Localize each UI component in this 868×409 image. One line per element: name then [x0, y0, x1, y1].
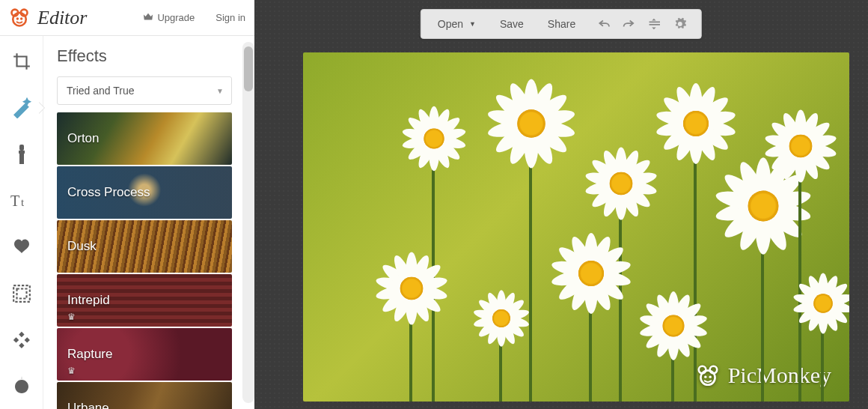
tool-themes[interactable]: [7, 372, 37, 402]
layers-icon[interactable]: [647, 16, 662, 31]
canvas-image[interactable]: PicMonkey: [303, 52, 849, 402]
effect-label: Orton: [67, 131, 100, 146]
tool-frames[interactable]: [7, 279, 37, 309]
svg-point-2: [21, 9, 28, 16]
tool-crop[interactable]: [7, 46, 37, 76]
svg-point-0: [13, 13, 26, 26]
premium-crown-icon: ♛: [67, 366, 76, 376]
effect-category-select[interactable]: Tried and True ▼: [57, 76, 232, 105]
share-label: Share: [548, 18, 575, 30]
effect-label: Intrepid: [67, 293, 110, 308]
effect-label: Urbane: [67, 401, 109, 409]
svg-point-16: [709, 375, 711, 378]
save-button[interactable]: Save: [489, 13, 534, 35]
svg-rect-5: [19, 145, 24, 151]
effect-intrepid[interactable]: Intrepid ♛: [57, 274, 232, 327]
undo-icon[interactable]: [596, 16, 611, 31]
chevron-down-icon: ▼: [469, 20, 476, 28]
svg-text:T: T: [10, 193, 19, 209]
effect-label: Dusk: [67, 239, 97, 254]
effect-rapture[interactable]: Rapture ♛: [57, 328, 232, 381]
scrollbar[interactable]: [242, 42, 254, 403]
left-sidebar: Editor Upgrade Sign in: [0, 0, 254, 409]
svg-rect-6: [19, 151, 25, 154]
scrollbar-thumb[interactable]: [244, 46, 253, 91]
tool-textures[interactable]: [7, 325, 37, 355]
crown-icon: [143, 12, 153, 23]
svg-point-4: [20, 17, 23, 20]
panel-title: Effects: [57, 46, 250, 66]
tool-touchup[interactable]: [7, 139, 37, 169]
effect-orton[interactable]: Orton: [57, 112, 232, 165]
upgrade-link[interactable]: Upgrade: [143, 12, 195, 23]
svg-point-3: [16, 17, 19, 20]
svg-point-15: [704, 375, 706, 378]
tool-overlays[interactable]: [7, 232, 37, 262]
chevron-down-icon: ▼: [216, 87, 224, 95]
effects-panel: Effects Tried and True ▼ Orton Cross Pro…: [43, 36, 254, 409]
brand-logo-icon: [9, 7, 30, 28]
svg-rect-10: [13, 285, 30, 302]
effect-dusk[interactable]: Dusk: [57, 220, 232, 273]
canvas-area: Open ▼ Save Share: [254, 0, 868, 409]
share-button[interactable]: Share: [537, 13, 586, 35]
upgrade-label: Upgrade: [157, 12, 195, 23]
signin-link[interactable]: Sign in: [216, 12, 245, 23]
effect-label: Rapture: [67, 347, 112, 362]
settings-gear-icon[interactable]: [673, 16, 688, 31]
svg-text:t: t: [21, 196, 25, 208]
svg-rect-11: [16, 289, 26, 299]
redo-icon[interactable]: [622, 16, 637, 31]
open-button[interactable]: Open ▼: [427, 13, 486, 35]
app-title: Editor: [37, 7, 87, 29]
effect-urbane[interactable]: Urbane ♛: [57, 382, 232, 409]
tool-effects[interactable]: [7, 93, 37, 123]
tool-text[interactable]: Tt: [7, 186, 37, 216]
effects-list: Orton Cross Process Dusk Intrepid ♛ Rapt…: [57, 112, 250, 409]
open-label: Open: [438, 18, 463, 30]
svg-point-1: [12, 9, 19, 16]
premium-crown-icon: ♛: [67, 312, 76, 322]
tool-rail: Tt: [0, 36, 43, 409]
brand-bar: Editor Upgrade Sign in: [0, 0, 254, 36]
canvas-toolbar: Open ▼ Save Share: [421, 9, 702, 39]
svg-rect-7: [19, 154, 24, 164]
effect-category-label: Tried and True: [67, 85, 135, 97]
effect-cross-process[interactable]: Cross Process: [57, 166, 232, 219]
watermark-text: PicMonkey: [728, 363, 831, 388]
effect-label: Cross Process: [67, 185, 150, 200]
save-label: Save: [500, 18, 524, 30]
